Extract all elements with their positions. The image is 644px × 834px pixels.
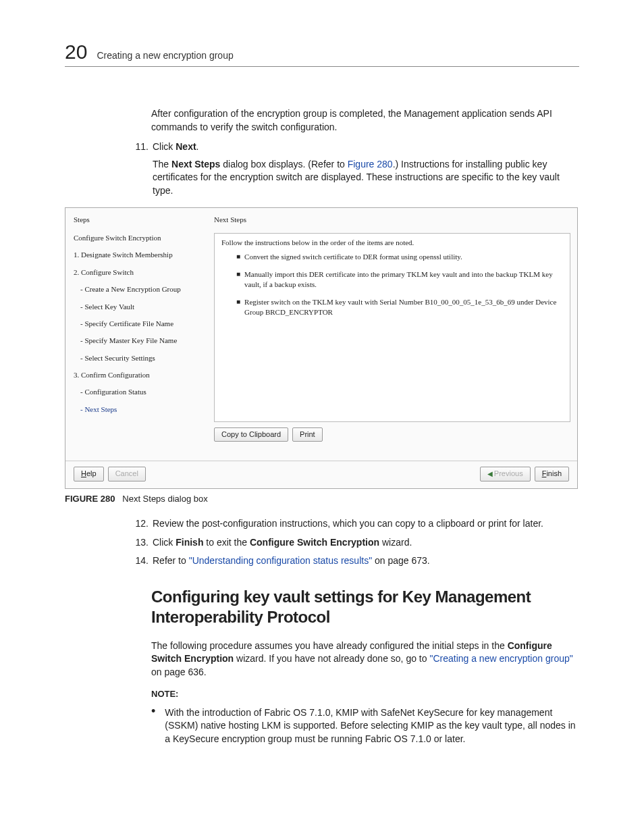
text: dialog box displays. (Refer to [220,159,347,170]
instructions-header: Follow the instructions below in the ord… [221,238,563,248]
figure-link[interactable]: Figure 280 [348,159,393,170]
figure-text: Next Steps dialog box [122,494,207,504]
finish-button[interactable]: Finish [535,467,569,481]
step-subitem: - Select Key Vault [74,302,206,312]
t: Previous [494,469,523,477]
step-item: Configure Switch Encryption [74,233,206,243]
step-number: 14. [132,554,149,568]
text: Convert the signed switch certificate to… [244,252,462,262]
step-body: Review the post-configuration instructio… [153,517,579,531]
intro-paragraph: After configuration of the encryption gr… [151,107,579,134]
step-11: 11. Click Next. The Next Steps dialog bo… [132,140,579,197]
text: . [196,141,199,152]
cancel-button[interactable]: Cancel [108,467,146,481]
step-body: Click Finish to exit the Configure Switc… [153,536,579,550]
steps-panel: Steps Configure Switch Encryption 1. Des… [65,215,214,442]
text: Manually import this DER certificate int… [244,269,563,290]
step-number: 12. [132,517,149,531]
steps-label: Steps [74,215,206,225]
step-sub: The Next Steps dialog box displays. (Ref… [153,158,579,198]
step-14: 14. Refer to "Understanding configuratio… [132,554,579,568]
t: elp [86,469,97,477]
next-steps-label: Next Steps [214,215,570,225]
step-item: 2. Configure Switch [74,267,206,278]
text: Click [153,537,176,548]
cross-ref-link[interactable]: "Understanding configuration status resu… [189,555,372,566]
instruction-item: ■Convert the signed switch certificate t… [236,252,563,262]
step-subitem: - Configuration Status [74,387,206,397]
bold: Next Steps [171,159,220,170]
text: wizard. If you have not already done so,… [234,653,429,664]
section-heading: Configuring key vault settings for Key M… [151,587,579,627]
step-number: 11. [132,140,149,197]
ordered-steps: 11. Click Next. The Next Steps dialog bo… [132,140,579,197]
dialog-screenshot: Steps Configure Switch Encryption 1. Des… [65,207,578,489]
instructions-box: Follow the instructions below in the ord… [214,233,570,422]
note-label: NOTE: [151,688,579,700]
chapter-title: Creating a new encryption group [97,50,233,61]
ordered-steps-2: 12. Review the post-configuration instru… [132,517,579,568]
bold: Configure Switch Encryption [250,537,379,548]
figure-caption: FIGURE 280 Next Steps dialog box [65,493,579,505]
figure-label: FIGURE 280 [65,494,115,504]
step-body: Click Next. The Next Steps dialog box di… [153,140,579,197]
step-12: 12. Review the post-configuration instru… [132,517,579,531]
bullet-icon: ■ [236,297,240,318]
text: to exit the [203,537,249,548]
bullet-icon: • [151,706,155,746]
help-button[interactable]: Help [74,467,104,481]
instructions-panel: Next Steps Follow the instructions below… [214,215,577,442]
print-button[interactable]: Print [292,427,323,442]
page-header: 20 Creating a new encryption group [65,41,579,67]
step-item: 3. Confirm Configuration [74,370,206,380]
step-subitem: - Specify Certificate File Name [74,319,206,329]
step-number: 13. [132,536,149,550]
text: on page 673. [372,555,430,566]
cross-ref-link[interactable]: "Creating a new encryption group" [429,653,572,664]
main-content: After configuration of the encryption gr… [151,107,579,746]
dialog-footer: Help Cancel ◀Previous Finish [65,461,577,481]
instruction-item: ■Register switch on the TKLM key vault w… [236,297,563,318]
step-subitem: - Create a New Encryption Group [74,284,206,294]
section-para: The following procedure assumes you have… [151,640,579,679]
note-text: With the introduction of Fabric OS 7.1.0… [165,706,579,746]
instruction-item: ■Manually import this DER certificate in… [236,269,563,290]
text: on page 636. [151,667,207,677]
text: wizard. [379,537,412,548]
bullet-icon: ■ [236,269,240,290]
text: The following procedure assumes you have… [151,640,508,651]
arrow-left-icon: ◀ [487,470,493,477]
text: Register switch on the TKLM key vault wi… [244,297,563,318]
step-subitem: - Select Security Settings [74,353,206,363]
note-bullet: • With the introduction of Fabric OS 7.1… [151,706,579,746]
copy-clipboard-button[interactable]: Copy to Clipboard [214,427,288,442]
next-label: Next [176,141,196,152]
t: inish [546,469,562,477]
chapter-number: 20 [65,41,87,63]
step-subitem-current: - Next Steps [74,405,206,415]
text: The [153,159,171,170]
step-body: Refer to "Understanding configuration st… [153,554,579,568]
step-item: 1. Designate Switch Membership [74,250,206,260]
step-13: 13. Click Finish to exit the Configure S… [132,536,579,550]
previous-button: ◀Previous [480,467,531,481]
bold: Finish [176,537,203,548]
text: Refer to [153,555,189,566]
step-subitem: - Specify Master Key File Name [74,336,206,346]
bullet-icon: ■ [236,252,240,262]
text: Click [153,141,176,152]
